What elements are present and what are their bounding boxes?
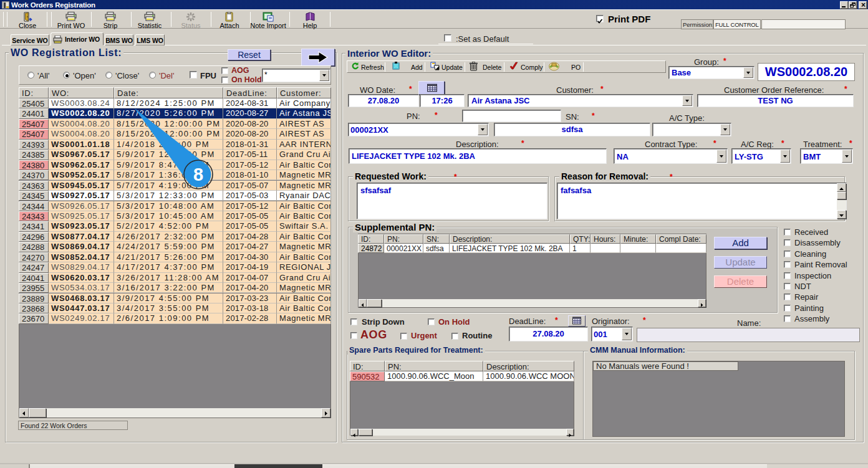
svg-text:8: 8 xyxy=(193,165,203,184)
